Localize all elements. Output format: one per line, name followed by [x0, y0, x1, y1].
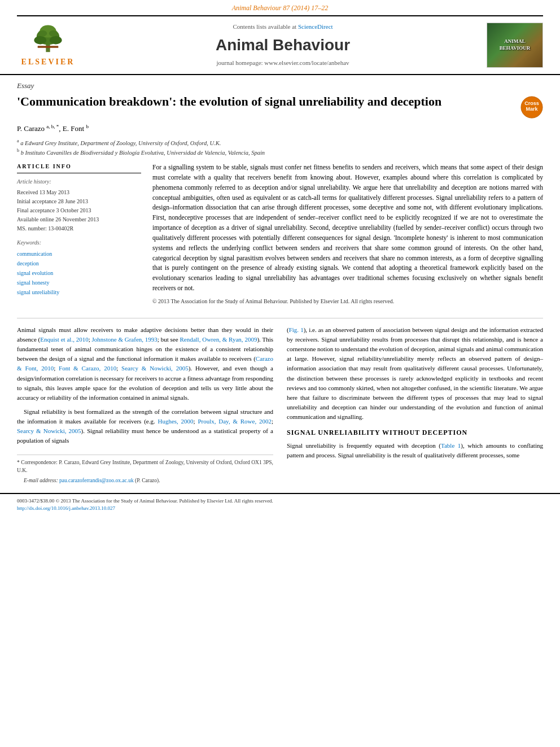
journal-ref-text: Animal Behaviour 87 (2014) 17–22: [232, 4, 329, 12]
ref-hughes[interactable]: Hughes, 2000: [158, 418, 193, 425]
body-right-col: (Fig. 1), i.e. as an observed pattern of…: [287, 325, 543, 487]
svg-text:Mark: Mark: [526, 106, 538, 112]
body-para2: Signal reliability is best formalized as…: [17, 407, 273, 445]
abstract-panel: For a signalling system to be stable, si…: [152, 163, 543, 305]
received-date: Received 13 May 2013: [17, 188, 141, 197]
svg-point-2: [34, 36, 46, 45]
initial-acceptance: Initial acceptance 28 June 2013: [17, 197, 141, 206]
footer-doi: http://dx.doi.org/10.1016/j.anbehav.2013…: [17, 505, 543, 512]
homepage-text: journal homepage: www.elsevier.com/locat…: [216, 59, 349, 66]
section-heading-unreliability: SIGNAL UNRELIABILITY WITHOUT DECEPTION: [287, 427, 543, 438]
ref-proulx[interactable]: Proulx, Day, & Rowe, 2002: [198, 418, 272, 425]
keyword-signal-evolution[interactable]: signal evolution: [17, 268, 141, 278]
email-link[interactable]: pau.carazoferrandis@zoo.ox.ac.uk: [59, 478, 134, 483]
history-title: Article history:: [17, 178, 141, 186]
keyword-signal-honesty[interactable]: signal honesty: [17, 278, 141, 287]
footnote-correspondence: * Correspondence: P. Carazo, Edward Grey…: [17, 458, 273, 475]
elsevier-tree-icon: [25, 22, 71, 53]
sciencedirect-link[interactable]: ScienceDirect: [298, 23, 333, 30]
abstract-text: For a signalling system to be stable, si…: [152, 163, 543, 305]
elsevier-logo: [25, 22, 71, 53]
authors-line: P. Carazo a, b, *, E. Font b: [17, 123, 543, 134]
affiliations: a a Edward Grey Institute, Department of…: [17, 138, 543, 158]
svg-point-5: [39, 30, 47, 37]
journal-title-block: Contents lists available at ScienceDirec…: [85, 23, 481, 68]
copyright-line: © 2013 The Association for the Study of …: [152, 297, 543, 306]
elsevier-branding: ELSEVIER: [17, 22, 79, 68]
keywords-block: Keywords: communication deception signal…: [17, 239, 141, 297]
author-carazo: P. Carazo a, b, *,: [17, 124, 63, 133]
journal-header: ELSEVIER Contents lists available at Sci…: [0, 16, 560, 75]
sciencedirect-line: Contents lists available at ScienceDirec…: [85, 23, 481, 32]
ref-table1[interactable]: Table 1: [441, 442, 461, 449]
ref-searcy2[interactable]: Searcy & Nowicki, 2005: [17, 427, 81, 434]
journal-title: Animal Behaviour: [85, 34, 481, 57]
affiliation-b: b b Instituto Cavanilles de Biodiversida…: [17, 147, 543, 157]
main-body: Animal signals must allow receivers to m…: [0, 325, 560, 487]
affiliation-a: a a Edward Grey Institute, Department of…: [17, 138, 543, 147]
ref-johnstone[interactable]: Johnstone & Grafen, 1993: [92, 336, 158, 343]
footnote-area: * Correspondence: P. Carazo, Edward Grey…: [17, 455, 273, 485]
crossmark-badge[interactable]: Cross Mark: [520, 96, 543, 119]
keyword-signal-unreliability[interactable]: signal unreliability: [17, 287, 141, 297]
keyword-deception[interactable]: deception: [17, 259, 141, 268]
body-two-col: Animal signals must allow receivers to m…: [17, 325, 543, 487]
article-info-abstract: ARTICLE INFO Article history: Received 1…: [17, 163, 543, 305]
journal-cover-image: ANIMAL BEHAVIOUR: [487, 23, 543, 68]
body-para1: Animal signals must allow receivers to m…: [17, 325, 273, 402]
content-area: Essay 'Communication breakdown': the evo…: [0, 75, 560, 312]
doi-link[interactable]: http://dx.doi.org/10.1016/j.anbehav.2013…: [17, 505, 115, 511]
article-info-title: ARTICLE INFO: [17, 163, 141, 173]
ref-fig1[interactable]: Fig. 1: [289, 326, 304, 333]
available-online: Available online 26 November 2013: [17, 215, 141, 224]
ms-number: MS. number: 13-00402R: [17, 224, 141, 233]
keywords-title: Keywords:: [17, 239, 141, 247]
journal-reference: Animal Behaviour 87 (2014) 17–22: [0, 0, 560, 15]
article-title-row: 'Communication breakdown': the evolution…: [17, 94, 543, 119]
ref-searcy[interactable]: Searcy & Nowicki, 2005: [121, 365, 189, 372]
svg-text:Cross: Cross: [524, 101, 539, 106]
cover-text: ANIMAL BEHAVIOUR: [487, 36, 542, 54]
affil-a-text: a Edward Grey Institute, Department of Z…: [20, 139, 221, 146]
article-title: 'Communication breakdown': the evolution…: [17, 94, 515, 110]
svg-point-3: [50, 36, 62, 45]
footnote-email: E-mail address: pau.carazoferrandis@zoo.…: [17, 477, 273, 484]
body-right-para1: (Fig. 1), i.e. as an observed pattern of…: [287, 325, 543, 421]
article-history: Article history: Received 13 May 2013 In…: [17, 178, 141, 234]
elsevier-wordmark: ELSEVIER: [21, 56, 75, 68]
keyword-communication[interactable]: communication: [17, 249, 141, 259]
ref-rendall[interactable]: Rendall, Owren, & Ryan, 2009: [180, 336, 257, 343]
footer-issn: 0003-3472/$38.00 © 2013 The Association …: [17, 497, 543, 505]
ref-enquist[interactable]: Enquist et al., 2010: [40, 336, 88, 343]
article-info-panel: ARTICLE INFO Article history: Received 1…: [17, 163, 141, 305]
article-section-label: Essay: [17, 81, 543, 91]
sciencedirect-prefix: Contents lists available at: [233, 23, 296, 30]
svg-point-6: [49, 30, 58, 37]
footer-area: 0003-3472/$38.00 © 2013 The Association …: [0, 493, 560, 516]
ref-font[interactable]: Font & Carazo, 2010: [59, 365, 116, 372]
footer-left: 0003-3472/$38.00 © 2013 The Association …: [17, 497, 543, 512]
final-acceptance: Final acceptance 3 October 2013: [17, 206, 141, 215]
body-left-col: Animal signals must allow receivers to m…: [17, 325, 273, 487]
author-font: E. Font b: [63, 124, 89, 133]
body-right-para2: Signal unreliability is frequently equat…: [287, 441, 543, 460]
svg-rect-7: [38, 46, 59, 49]
body-separator-rule: [17, 318, 543, 318]
affil-b-text: b Instituto Cavanilles de Biodiversidad …: [21, 149, 265, 155]
abstract-paragraph: For a signalling system to be stable, si…: [152, 163, 543, 294]
journal-homepage: journal homepage: www.elsevier.com/locat…: [85, 59, 481, 68]
